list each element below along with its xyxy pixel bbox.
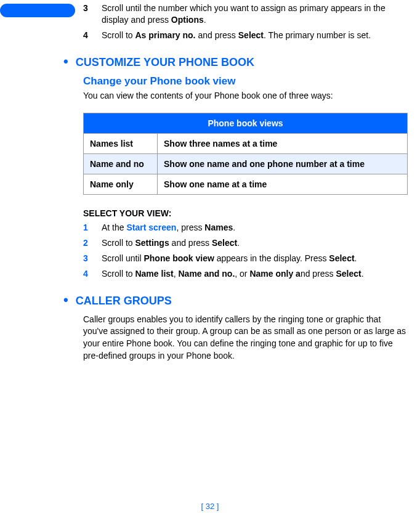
step-text: At the Start screen, press Names.: [102, 222, 408, 234]
table-header-row: Phone book views: [84, 113, 408, 134]
text: .: [237, 238, 240, 248]
bold-text: Settings: [135, 238, 169, 248]
step-item: 1 At the Start screen, press Names.: [83, 222, 408, 234]
section-heading-customize: • CUSTOMIZE YOUR PHONE BOOK: [63, 55, 408, 69]
text: nd press: [301, 269, 336, 279]
text: Scroll to: [102, 30, 135, 40]
text: . The primary number is set.: [264, 30, 371, 40]
page-content: 3 Scroll until the number which you want…: [0, 0, 420, 362]
sub-heading-change-view: Change your Phone book view: [83, 75, 408, 88]
table-cell-label: Names list: [84, 134, 158, 154]
bold-text: Phone book view: [143, 253, 214, 263]
text: appears in the display. Press: [214, 253, 329, 263]
bold-text: Select: [336, 269, 361, 279]
table-row: Name and no Show one name and one phone …: [84, 154, 408, 174]
select-view-heading: SELECT YOUR VIEW:: [83, 208, 408, 218]
step-number: 2: [83, 237, 102, 249]
bold-text: Name only a: [249, 269, 300, 279]
text: .: [233, 222, 235, 232]
heading-text: CALLER GROUPS: [76, 295, 172, 308]
heading-text: CUSTOMIZE YOUR PHONE BOOK: [76, 56, 254, 69]
text: and press: [196, 30, 238, 40]
text: ,: [174, 269, 179, 279]
bullet-icon: •: [63, 55, 68, 68]
caller-groups-paragraph: Caller groups enables you to identify ca…: [83, 314, 408, 362]
link-text: Start screen: [126, 222, 176, 232]
table-row: Names list Show three names at a time: [84, 134, 408, 154]
table-cell-label: Name and no: [84, 154, 158, 174]
step-number: 3: [83, 2, 102, 26]
step-item: 4 Scroll to Name list, Name and no., or …: [83, 268, 408, 280]
step-number: 4: [83, 30, 102, 41]
table-cell-desc: Show one name at a time: [158, 174, 408, 195]
text: .: [355, 253, 357, 263]
text: Scroll until: [102, 253, 143, 263]
table-cell-desc: Show three names at a time: [158, 134, 408, 154]
bold-text: Select: [238, 30, 264, 40]
phone-book-views-table: Phone book views Names list Show three n…: [83, 113, 408, 195]
text: .: [204, 15, 206, 25]
step-number: 4: [83, 268, 102, 280]
section-heading-caller-groups: • CALLER GROUPS: [63, 293, 408, 308]
step-item: 3 Scroll until Phone book view appears i…: [83, 253, 408, 264]
bold-text: Options: [171, 15, 204, 25]
step-item: 3 Scroll until the number which you want…: [83, 2, 408, 26]
step-text: Scroll to Settings and press Select.: [102, 237, 408, 249]
bold-text: As primary no.: [135, 30, 195, 40]
table-cell-desc: Show one name and one phone number at a …: [158, 154, 408, 174]
text: At the: [102, 222, 126, 232]
text: , or: [235, 269, 249, 279]
step-text: Scroll until the number which you want t…: [102, 2, 408, 26]
bold-text: Select: [329, 253, 354, 263]
step-item: 2 Scroll to Settings and press Select.: [83, 237, 408, 249]
page-tab: [0, 4, 75, 17]
bold-text: Select: [212, 238, 237, 248]
table-row: Name only Show one name at a time: [84, 174, 408, 195]
text: Scroll to: [102, 238, 135, 248]
table-header: Phone book views: [84, 113, 408, 134]
text: Scroll until the number which you want t…: [102, 3, 386, 25]
bold-text: Names: [204, 222, 233, 232]
page-number: [ 32 ]: [0, 502, 420, 511]
step-text: Scroll until Phone book view appears in …: [102, 253, 408, 264]
step-text: Scroll to As primary no. and press Selec…: [102, 30, 408, 41]
step-number: 1: [83, 222, 102, 234]
bold-text: Name and no.: [179, 269, 235, 279]
bullet-icon: •: [63, 293, 68, 307]
step-text: Scroll to Name list, Name and no., or Na…: [102, 268, 408, 280]
bold-text: Name list: [135, 269, 173, 279]
step-item: 4 Scroll to As primary no. and press Sel…: [83, 30, 408, 41]
text: Scroll to: [102, 269, 135, 279]
text: , press: [176, 222, 204, 232]
step-number: 3: [83, 253, 102, 264]
intro-text: You can view the contents of your Phone …: [83, 90, 408, 102]
text: .: [361, 269, 364, 279]
text: and press: [169, 238, 212, 248]
table-cell-label: Name only: [84, 174, 158, 195]
